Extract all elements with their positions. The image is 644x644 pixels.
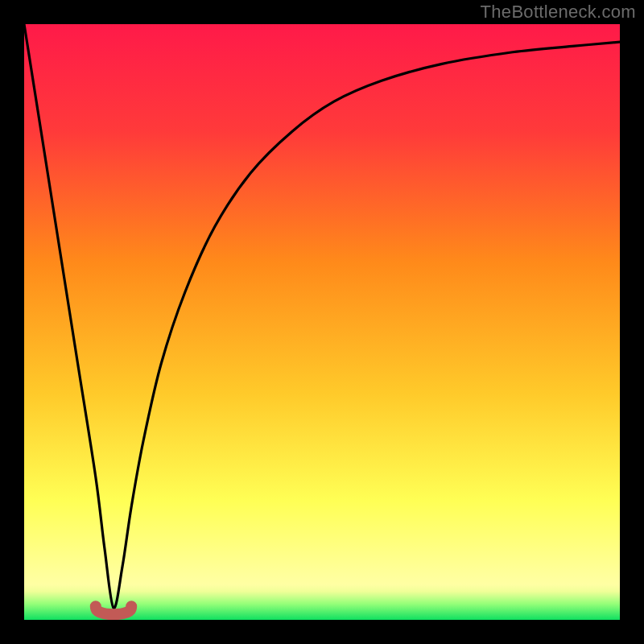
plot-area bbox=[24, 24, 620, 620]
curve-layer bbox=[24, 24, 620, 620]
chart-frame: TheBottleneck.com bbox=[0, 0, 644, 644]
watermark-text: TheBottleneck.com bbox=[481, 2, 636, 23]
bottleneck-curve bbox=[24, 24, 620, 608]
